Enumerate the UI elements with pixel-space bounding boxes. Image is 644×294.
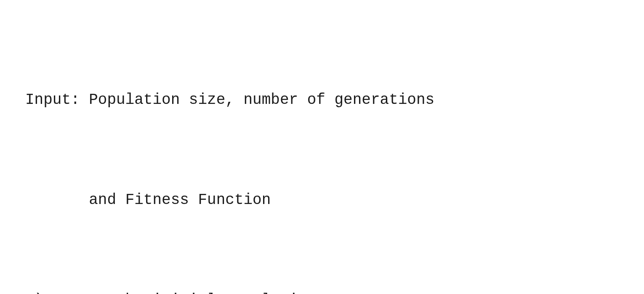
pseudocode-line: 1) Create the initial population (25, 283, 619, 294)
pseudocode-line: and Fitness Function (25, 183, 619, 217)
pseudocode-block: Input: Population size, number of genera… (25, 17, 619, 294)
pseudocode-line: Input: Population size, number of genera… (25, 83, 619, 117)
